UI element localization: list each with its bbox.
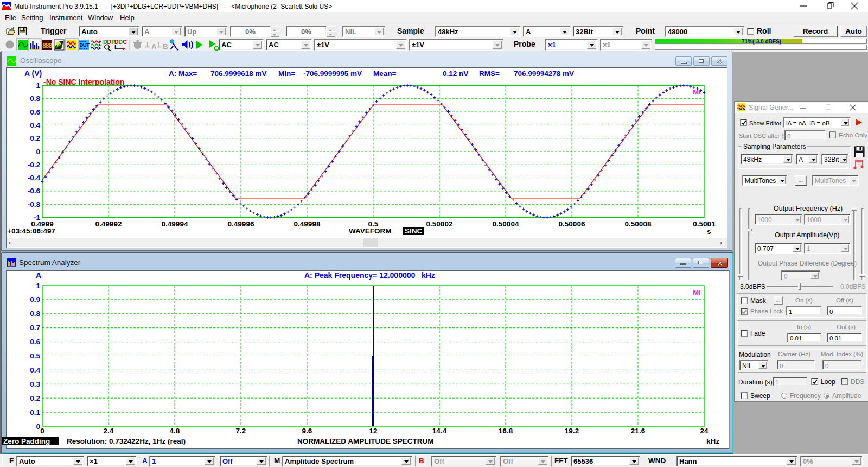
svg-text:0.4: 0.4 [30, 366, 40, 374]
svg-text:B: B [163, 42, 168, 51]
svg-text:0: 0 [40, 427, 44, 435]
svg-text:24: 24 [700, 427, 709, 435]
svg-text:-706.9999995 mV: -706.9999995 mV [303, 70, 362, 78]
svg-text:0.8: 0.8 [30, 94, 40, 103]
svg-text:0.50004: 0.50004 [493, 220, 519, 228]
svg-text:0.50008: 0.50008 [625, 220, 652, 228]
svg-text:A (V): A (V) [24, 69, 42, 78]
svg-text:RMS=: RMS= [479, 70, 500, 78]
svg-text:0: 0 [36, 422, 40, 431]
svg-text:0.9: 0.9 [30, 295, 40, 304]
svg-text:0.49998: 0.49998 [294, 220, 321, 228]
svg-text:A: Max=: A: Max= [169, 70, 197, 78]
svg-text:0.50006: 0.50006 [559, 220, 585, 228]
svg-text:9.6: 9.6 [302, 427, 312, 435]
svg-text:MIn=: MIn= [278, 70, 295, 78]
svg-text:1: 1 [36, 282, 40, 290]
svg-text:A: A [151, 42, 157, 51]
svg-text:Resolution: 0.732422Hz, 1Hz (r: Resolution: 0.732422Hz, 1Hz (real) [67, 437, 186, 445]
svg-text:-0.4: -0.4 [28, 174, 41, 182]
svg-text:2.4: 2.4 [104, 427, 114, 435]
svg-text:Zero Padding: Zero Padding [3, 437, 50, 445]
svg-text:SINC: SINC [405, 227, 423, 235]
svg-text:A: A [36, 271, 41, 280]
svg-text:+03:45:06:497: +03:45:06:497 [7, 227, 55, 235]
svg-text:0.7: 0.7 [30, 324, 40, 332]
svg-text:WAVEFORM: WAVEFORM [349, 227, 392, 235]
svg-text:0.8: 0.8 [30, 310, 40, 318]
svg-text:Mean=: Mean= [373, 70, 397, 78]
svg-text:0.6: 0.6 [30, 108, 40, 116]
svg-text:0.1: 0.1 [30, 408, 40, 416]
svg-text:0.5: 0.5 [30, 352, 40, 360]
svg-text:0.49996: 0.49996 [228, 220, 254, 228]
svg-text:Mi: Mi [693, 288, 700, 296]
svg-text:0.49994: 0.49994 [162, 220, 188, 228]
svg-text:4.8: 4.8 [170, 427, 180, 435]
svg-text:-0.6: -0.6 [28, 187, 41, 195]
svg-text:s: s [707, 228, 711, 236]
svg-text:0: 0 [36, 148, 40, 156]
svg-text:0.12 nV: 0.12 nV [443, 70, 468, 78]
svg-text:0.4: 0.4 [30, 121, 40, 129]
svg-text:0.5001: 0.5001 [693, 220, 716, 228]
svg-text:21.6: 21.6 [631, 427, 646, 435]
svg-text:706.99994278 mV: 706.99994278 mV [514, 70, 574, 78]
svg-text:NORMALIZED AMPLITUDE SPECTRUM: NORMALIZED AMPLITUDE SPECTRUM [297, 437, 434, 445]
svg-text:14.4: 14.4 [432, 427, 447, 435]
svg-text:0.49992: 0.49992 [95, 220, 122, 228]
svg-text:1: 1 [36, 81, 40, 90]
svg-text:Mi: Mi [693, 88, 700, 96]
svg-text:0.50002: 0.50002 [426, 220, 453, 228]
svg-text:7.2: 7.2 [236, 427, 246, 435]
svg-text:DDP: DDP [103, 39, 115, 45]
svg-text:DUT: DUT [80, 42, 90, 48]
svg-text:16.8: 16.8 [499, 427, 513, 435]
svg-text:12: 12 [369, 427, 377, 435]
svg-text:0.6: 0.6 [30, 338, 40, 346]
svg-text:0.2: 0.2 [30, 134, 40, 142]
svg-text:A: Peak Frequency= 12.000000: A: Peak Frequency= 12.000000 kHz [304, 271, 435, 280]
svg-text:-0.2: -0.2 [28, 161, 40, 169]
svg-text:0.2: 0.2 [30, 394, 40, 402]
svg-text:-0.8: -0.8 [28, 200, 41, 209]
svg-text:706.9999618 mV: 706.9999618 mV [210, 70, 267, 78]
svg-text:-No SINC Interpolation: -No SINC Interpolation [43, 78, 124, 86]
svg-text:kHz: kHz [706, 437, 719, 445]
svg-text:0.3: 0.3 [30, 380, 40, 388]
svg-text:19.2: 19.2 [565, 427, 579, 435]
svg-text:888: 888 [42, 42, 52, 49]
svg-text:DDC: DDC [114, 39, 127, 45]
